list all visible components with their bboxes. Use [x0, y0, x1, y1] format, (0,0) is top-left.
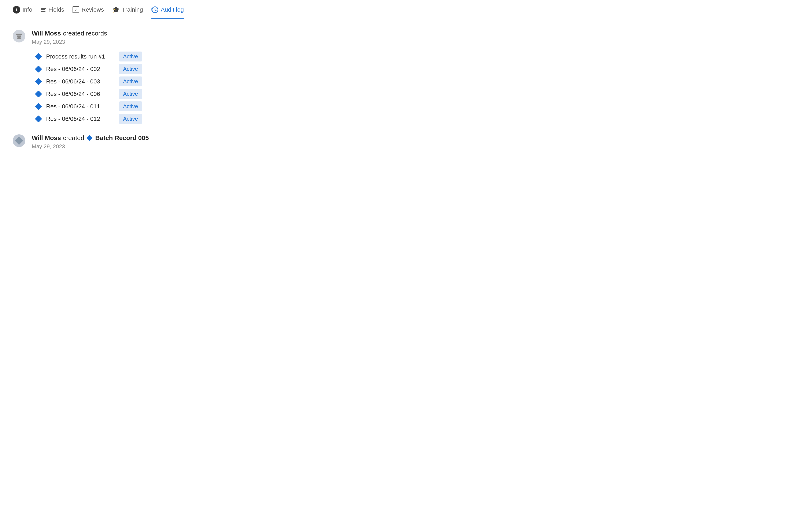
tab-training-label: Training [122, 6, 143, 13]
layers-icon [16, 34, 22, 39]
record-diamond-icon [35, 78, 42, 85]
tab-info-label: Info [22, 6, 32, 13]
status-badge-4: Active [119, 101, 142, 111]
record-item-2: Res - 06/06/24 - 003 Active [36, 76, 799, 87]
timeline-line-1 [19, 44, 19, 124]
training-icon: 🎓 [112, 6, 120, 13]
record-diamond-icon [35, 65, 42, 73]
status-badge-2: Active [119, 76, 142, 87]
status-badge-1: Active [119, 64, 142, 74]
entry-date-2: May 29, 2023 [32, 143, 799, 150]
record-diamond-icon [35, 115, 42, 122]
entry-action-2: created [63, 134, 84, 142]
batch-record-name: Batch Record 005 [95, 134, 149, 142]
entry-user-1: Will Moss [32, 30, 61, 37]
status-badge-5: Active [119, 114, 142, 124]
record-diamond-icon [35, 103, 42, 110]
tab-auditlog-label: Audit log [161, 6, 184, 13]
records-list-1: Process results run #1 Active Res - 06/0… [36, 52, 799, 124]
avatar-2 [13, 134, 26, 147]
timeline-entry-2: Will Moss created Batch Record 005 May 2… [13, 134, 799, 156]
record-item-1: Res - 06/06/24 - 002 Active [36, 64, 799, 74]
fields-icon [41, 8, 46, 12]
tab-reviews-label: Reviews [82, 6, 104, 13]
timeline: Will Moss created records May 29, 2023 P… [13, 30, 799, 167]
record-name-5: Res - 06/06/24 - 012 [46, 116, 114, 122]
inline-diamond-icon [87, 135, 93, 141]
record-item-3: Res - 06/06/24 - 006 Active [36, 89, 799, 99]
avatar-1 [13, 30, 26, 43]
timeline-left-1 [13, 30, 26, 124]
info-icon: i [13, 6, 20, 13]
record-item-5: Res - 06/06/24 - 012 Active [36, 114, 799, 124]
timeline-entry-1: Will Moss created records May 29, 2023 P… [13, 30, 799, 124]
record-name-0: Process results run #1 [46, 53, 114, 60]
svg-line-2 [155, 10, 156, 11]
record-diamond-icon [35, 53, 42, 60]
record-name-2: Res - 06/06/24 - 003 [46, 78, 114, 85]
reviews-icon: ✓ [72, 6, 79, 13]
tab-reviews[interactable]: ✓ Reviews [72, 6, 104, 18]
record-diamond-icon [35, 91, 42, 98]
entry-title-2: Will Moss created Batch Record 005 [32, 134, 799, 142]
tab-fields-label: Fields [48, 6, 64, 13]
main-content: Will Moss created records May 29, 2023 P… [0, 19, 812, 507]
auditlog-icon [151, 6, 159, 13]
timeline-body-2: Will Moss created Batch Record 005 May 2… [32, 134, 799, 156]
record-name-1: Res - 06/06/24 - 002 [46, 66, 114, 72]
timeline-body-1: Will Moss created records May 29, 2023 P… [32, 30, 799, 124]
tab-training[interactable]: 🎓 Training [112, 6, 143, 18]
diamond-avatar-icon [15, 136, 23, 145]
status-badge-3: Active [119, 89, 142, 99]
entry-title-1: Will Moss created records [32, 30, 799, 37]
record-item-4: Res - 06/06/24 - 011 Active [36, 101, 799, 111]
page-wrapper: i Info Fields ✓ Reviews 🎓 Training [0, 0, 812, 507]
record-item-0: Process results run #1 Active [36, 52, 799, 61]
entry-user-2: Will Moss [32, 134, 61, 142]
tab-bar: i Info Fields ✓ Reviews 🎓 Training [0, 0, 812, 19]
record-name-3: Res - 06/06/24 - 006 [46, 91, 114, 97]
record-name-4: Res - 06/06/24 - 011 [46, 103, 114, 110]
tab-auditlog[interactable]: Audit log [151, 6, 184, 18]
status-badge-0: Active [119, 52, 142, 61]
entry-date-1: May 29, 2023 [32, 39, 799, 45]
tab-info[interactable]: i Info [13, 6, 32, 19]
entry-action-1: created records [63, 30, 107, 37]
tab-fields[interactable]: Fields [41, 6, 64, 18]
timeline-left-2 [13, 134, 26, 156]
